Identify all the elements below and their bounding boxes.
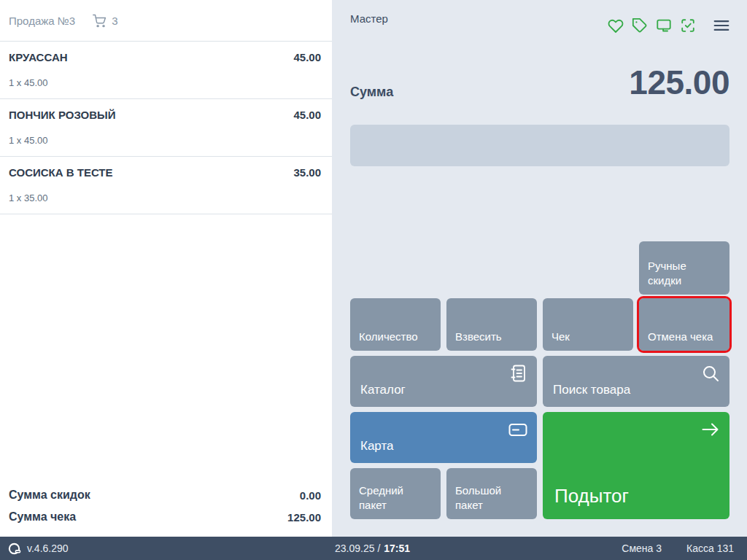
- datetime-block: 23.09.25 / 17:51: [335, 537, 410, 560]
- item-name: ПОНЧИК РОЗОВЫЙ: [9, 109, 116, 121]
- receipt-total-label: Сумма чека: [9, 510, 76, 524]
- cancel-receipt-button-highlighted[interactable]: Отмена чека: [639, 298, 729, 351]
- item-qty-line: 1 x 35.00: [9, 192, 321, 203]
- receipt-total-row: Сумма чека 125.00: [9, 506, 321, 528]
- shift-text: Смена 3: [622, 542, 662, 554]
- cart-icon: [93, 14, 107, 28]
- item-name: СОСИСКА В ТЕСТЕ: [9, 166, 113, 179]
- version-block: v.4.6.290: [7, 537, 69, 560]
- heart-icon[interactable]: [608, 18, 624, 34]
- item-price: 35.00: [293, 166, 321, 179]
- version-text: v.4.6.290: [27, 542, 69, 554]
- weigh-button[interactable]: Взвесить: [446, 298, 537, 351]
- receipt-panel: Продажа №3 3 КРУАССАН 45.00 1 x 45.00 ПО…: [0, 0, 332, 537]
- credit-card-icon: [508, 419, 528, 440]
- scan-icon[interactable]: [680, 18, 696, 34]
- quantity-label: Количество: [359, 330, 418, 344]
- totals-block: Сумма скидок 0.00 Сумма чека 125.00: [9, 484, 321, 528]
- status-bar: v.4.6.290 23.09.25 / 17:51 Смена 3 Касса…: [0, 537, 747, 560]
- card-payment-button[interactable]: Карта: [350, 412, 537, 463]
- sum-label: Сумма: [350, 85, 393, 100]
- discount-total-value: 0.00: [300, 489, 321, 502]
- current-user-label: Мастер: [350, 12, 388, 25]
- menu-icon[interactable]: [713, 18, 729, 34]
- sale-title: Продажа №3: [9, 15, 75, 27]
- manual-discounts-label: Ручные скидки: [648, 259, 721, 287]
- medium-bag-button[interactable]: Средний пакет: [350, 468, 441, 519]
- medium-bag-label: Средний пакет: [359, 483, 432, 512]
- tag-icon[interactable]: [632, 18, 648, 34]
- search-product-label: Поиск товара: [553, 382, 630, 398]
- register-block: Смена 3 Касса 131: [622, 537, 734, 560]
- header-icons: [608, 18, 729, 34]
- date-text: 23.09.25 /: [335, 542, 380, 554]
- item-qty-line: 1 x 45.00: [9, 77, 321, 88]
- manual-discounts-button[interactable]: Ручные скидки: [639, 241, 729, 295]
- large-bag-label: Большой пакет: [455, 483, 528, 512]
- receipt-item[interactable]: ПОНЧИК РОЗОВЫЙ 45.00 1 x 45.00: [0, 99, 332, 157]
- display-icon[interactable]: [656, 18, 672, 34]
- search-icon: [700, 363, 721, 384]
- receipt-total-value: 125.00: [287, 511, 321, 524]
- subtotal-label: Подытог: [554, 484, 629, 509]
- sale-header: Продажа №3 3: [0, 0, 332, 42]
- catalog-label: Каталог: [360, 382, 406, 398]
- entry-display-field[interactable]: [350, 125, 729, 166]
- card-label: Карта: [360, 438, 394, 454]
- receipt-button[interactable]: Чек: [543, 298, 633, 351]
- item-price: 45.00: [293, 109, 321, 121]
- receipt-item[interactable]: КРУАССАН 45.00 1 x 45.00: [0, 42, 332, 99]
- quantity-button[interactable]: Количество: [350, 298, 441, 351]
- time-text: 17:51: [384, 542, 410, 554]
- sum-amount: 125.00: [629, 66, 729, 99]
- cart-indicator: 3: [93, 14, 117, 28]
- subtotal-button[interactable]: Подытог: [543, 412, 729, 519]
- receipt-item[interactable]: СОСИСКА В ТЕСТЕ 35.00 1 x 35.00: [0, 157, 332, 214]
- receipt-label: Чек: [551, 330, 570, 344]
- cart-count: 3: [112, 15, 117, 27]
- catalog-icon: [508, 363, 528, 384]
- cancel-receipt-label: Отмена чека: [648, 330, 713, 344]
- actions-panel: Мастер Сумма 125.00: [332, 0, 747, 537]
- item-price: 45.00: [293, 51, 321, 63]
- discount-total-row: Сумма скидок 0.00: [9, 484, 321, 506]
- search-product-button[interactable]: Поиск товара: [543, 356, 729, 407]
- discount-total-label: Сумма скидок: [9, 489, 90, 502]
- large-bag-button[interactable]: Большой пакет: [446, 468, 537, 519]
- catalog-button[interactable]: Каталог: [350, 356, 537, 407]
- item-name: КРУАССАН: [9, 51, 68, 63]
- app-logo-icon: [7, 542, 21, 556]
- arrow-right-icon: [700, 419, 721, 440]
- weigh-label: Взвесить: [455, 330, 502, 344]
- item-qty-line: 1 x 45.00: [9, 135, 321, 146]
- pos-app: Продажа №3 3 КРУАССАН 45.00 1 x 45.00 ПО…: [0, 0, 747, 560]
- register-text: Касса 131: [686, 542, 734, 554]
